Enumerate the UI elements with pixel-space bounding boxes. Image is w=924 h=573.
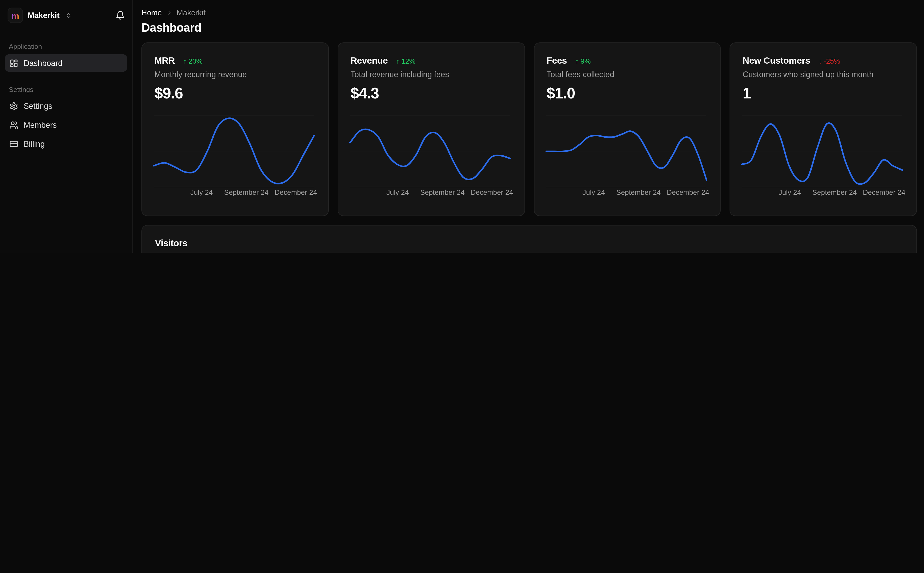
- x-axis-label: September 24: [616, 189, 661, 197]
- app-window: m Makerkit Application Dashboard Setting…: [0, 0, 924, 253]
- main-content: Home Makerkit Dashboard MRR ↑20% Monthly…: [133, 0, 924, 253]
- chevron-right-icon: [166, 9, 173, 16]
- makerkit-logo: m: [8, 8, 23, 23]
- stat-title: MRR: [154, 55, 175, 66]
- nav-section-application: Application: [5, 29, 127, 54]
- sidebar-item-label: Settings: [24, 102, 52, 110]
- stat-value: $4.3: [350, 84, 511, 102]
- x-axis-label: July 24: [779, 189, 801, 197]
- visitors-title: Visitors: [155, 238, 903, 249]
- arrow-up-icon: ↑: [396, 57, 400, 66]
- x-axis-label: December 24: [667, 189, 709, 197]
- breadcrumb: Home Makerkit: [141, 8, 917, 17]
- workspace-name: Makerkit: [28, 11, 60, 20]
- x-axis-label: December 24: [275, 189, 317, 197]
- stat-cards-row: MRR ↑20% Monthly recurring revenue $9.6 …: [141, 42, 917, 216]
- sidebar-item-label: Members: [24, 121, 57, 129]
- sidebar: m Makerkit Application Dashboard Setting…: [0, 0, 133, 253]
- sidebar-item-dashboard[interactable]: Dashboard: [5, 54, 127, 72]
- sidebar-item-label: Billing: [24, 139, 45, 148]
- sparkline-chart: [154, 115, 314, 187]
- sidebar-item-label: Dashboard: [24, 59, 63, 67]
- page-title: Dashboard: [141, 21, 917, 35]
- stat-subtitle: Customers who signed up this month: [743, 70, 903, 79]
- x-axis-label: December 24: [863, 189, 905, 197]
- sparkline-chart: [742, 115, 902, 187]
- arrow-up-icon: ↑: [183, 57, 187, 66]
- x-axis-label: July 24: [582, 189, 605, 197]
- sidebar-item-billing[interactable]: Billing: [5, 135, 127, 152]
- users-icon: [9, 121, 18, 129]
- breadcrumb-home-link[interactable]: Home: [141, 8, 162, 17]
- trend-badge: ↑9%: [575, 57, 591, 66]
- stat-value: 1: [743, 84, 903, 102]
- visitors-card: Visitors Showing total visitors for the …: [141, 225, 917, 253]
- stat-card-fees: Fees ↑9% Total fees collected $1.0 July …: [533, 42, 721, 216]
- arrow-up-icon: ↑: [575, 57, 579, 66]
- sparkline-chart: [350, 115, 510, 187]
- stat-card-revenue: Revenue ↑12% Total revenue including fee…: [337, 42, 525, 216]
- trend-badge: ↓-25%: [819, 57, 840, 66]
- gear-icon: [9, 102, 18, 110]
- chevrons-up-down-icon: [66, 12, 72, 19]
- x-axis-label: September 24: [812, 189, 857, 197]
- x-axis-label: December 24: [471, 189, 513, 197]
- trend-badge: ↑20%: [183, 57, 202, 66]
- x-axis-label: July 24: [190, 189, 213, 197]
- nav-section-settings: Settings: [5, 72, 127, 97]
- stat-title: New Customers: [743, 55, 810, 66]
- sidebar-item-members[interactable]: Members: [5, 116, 127, 134]
- x-axis-label: July 24: [386, 189, 409, 197]
- stat-value: $1.0: [547, 84, 707, 102]
- sparkline-chart: [546, 115, 706, 187]
- stat-title: Revenue: [350, 55, 387, 66]
- stat-card-mrr: MRR ↑20% Monthly recurring revenue $9.6 …: [141, 42, 328, 216]
- stat-title: Fees: [547, 55, 567, 66]
- layout-dashboard-icon: [9, 59, 18, 67]
- stat-subtitle: Total revenue including fees: [350, 70, 511, 79]
- stat-subtitle: Total fees collected: [547, 70, 707, 79]
- breadcrumb-current: Makerkit: [176, 8, 206, 17]
- arrow-down-icon: ↓: [819, 57, 822, 66]
- stat-subtitle: Monthly recurring revenue: [154, 70, 315, 79]
- x-axis-label: September 24: [224, 189, 268, 197]
- stat-card-new-customers: New Customers ↓-25% Customers who signed…: [729, 42, 917, 216]
- logo-letter: m: [11, 11, 19, 20]
- x-axis-label: September 24: [420, 189, 465, 197]
- trend-badge: ↑12%: [396, 57, 416, 66]
- stat-value: $9.6: [154, 84, 315, 102]
- sidebar-nav: Application Dashboard Settings Settings …: [0, 29, 132, 152]
- sidebar-item-settings[interactable]: Settings: [5, 97, 127, 115]
- bell-icon[interactable]: [115, 11, 125, 20]
- credit-card-icon: [9, 139, 18, 148]
- workspace-selector[interactable]: m Makerkit: [0, 0, 132, 29]
